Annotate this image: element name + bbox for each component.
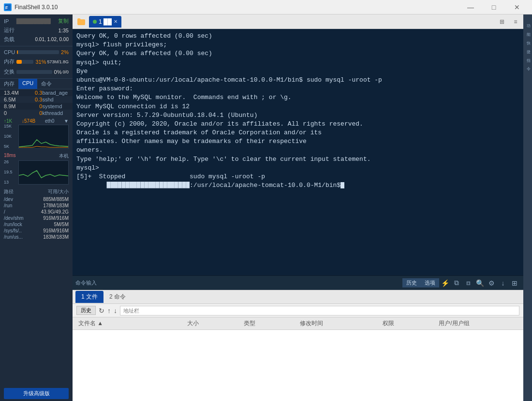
disk-path: /sys/fs/.. [4, 228, 31, 233]
proc-cpu: 0.3 [28, 97, 43, 102]
search-icon[interactable]: 🔍 [474, 277, 486, 289]
terminal-line: owners. [76, 146, 519, 155]
proc-tab-cmd[interactable]: 命令 [37, 79, 56, 89]
disk-avail: 5M/5M [31, 222, 69, 227]
menu-button[interactable]: ≡ [510, 16, 521, 28]
cursor [340, 182, 344, 188]
folder-button[interactable] [74, 16, 88, 28]
address-bar[interactable] [120, 306, 519, 315]
disk-row: /run/us... 183M/183M [4, 234, 69, 240]
disk-path: /dev/shm [4, 215, 31, 221]
tab-commands[interactable]: 2 命令 [103, 291, 132, 303]
proc-tab-mem[interactable]: 内存 [0, 79, 18, 89]
proc-cmd: barad_age [42, 90, 69, 96]
net-chart [18, 125, 69, 149]
file-col-modified[interactable]: 修改时间 [298, 319, 381, 328]
disk-avail: 178M/183M [31, 203, 69, 208]
latency-section: 18ms 本机 2619.513 [0, 151, 73, 186]
terminal-tab[interactable]: 1 ██ ✕ [89, 16, 121, 28]
file-col-owner[interactable]: 用户/用户组 [437, 319, 519, 328]
process-row: 6.5M 0.3 sshd [0, 96, 73, 103]
expand-icon[interactable]: ⊞ [509, 277, 520, 289]
process-row: 0 0 kthreadd [0, 110, 73, 116]
disk-path: /dev [4, 197, 31, 202]
upload-icon[interactable]: ↑ [107, 307, 111, 315]
terminal-line: mysql> flush privileges; [76, 41, 519, 49]
right-btn-5[interactable]: 指 [524, 51, 532, 59]
ip-label: IP [4, 18, 9, 24]
net-down: ↓574B [22, 118, 35, 124]
file-col-size[interactable]: 大小 [185, 319, 242, 328]
load-value: 0.01, 1.02, 0.00 [35, 37, 69, 42]
process-row: 8.9M 0 systemd [0, 103, 73, 110]
file-col-name[interactable]: 文件名 ▲ [76, 319, 185, 328]
download-file-icon[interactable]: ↓ [114, 307, 117, 315]
net-iface2: ▼ [64, 118, 69, 124]
disk-avail: 183M/183M [31, 234, 69, 240]
settings-icon[interactable]: ⚙ [486, 277, 497, 289]
terminal-line: Your MySQL connection id is 12 [76, 102, 519, 111]
upgrade-button[interactable]: 升级高级版 [4, 388, 69, 399]
file-col-type[interactable]: 类型 [242, 319, 298, 328]
swap-label: 交换 [4, 68, 15, 75]
terminal-line: ██████████████████████:/usr/local/apache… [76, 181, 519, 190]
process-section: 内存 CPU 命令 13.4M 0.3 barad_age 6.5M 0.3 s… [0, 79, 73, 116]
proc-cmd: kthreadd [42, 110, 69, 116]
file-table-body [73, 330, 523, 401]
refresh-icon[interactable]: ↻ [99, 307, 104, 315]
terminal-line: affiliates. Other names may be trademark… [76, 137, 519, 146]
file-toolbar: 历史 ↻ ↑ ↓ [73, 304, 523, 317]
terminal-line: mysql> [76, 164, 519, 172]
disk-section: 路径 可用/大小 /dev 885M/885M /run 178M/183M /… [0, 186, 73, 295]
grid-button[interactable]: ⊞ [496, 16, 508, 28]
paste-icon[interactable]: ⧈ [462, 277, 474, 289]
terminal-line: Server version: 5.7.29-0ubuntu0.18.04.1 … [76, 111, 519, 120]
right-btn-6[interactable]: 令 [524, 60, 532, 68]
load-label: 负载 [4, 36, 15, 43]
tab-files[interactable]: 1 文件 [75, 291, 103, 303]
disk-path: /run/lock [4, 222, 31, 227]
lightning-icon[interactable]: ⚡ [439, 277, 451, 289]
cmd-input[interactable] [101, 280, 402, 286]
proc-cpu: 0 [28, 110, 43, 116]
history-button[interactable]: 历史 [402, 278, 421, 287]
disk-table: /dev 885M/885M /run 178M/183M / 43.9G/49… [4, 196, 69, 240]
right-btn-1[interactable]: 功 [524, 16, 532, 24]
tab-indicator [93, 20, 97, 24]
ip-value: ██████████ [16, 18, 51, 24]
file-table: 文件名 ▲大小类型修改时间权限用户/用户组 [73, 317, 523, 401]
proc-cmd: sshd [42, 97, 69, 102]
proc-tab-cpu[interactable]: CPU [18, 79, 37, 89]
disk-avail: 916M/916M [31, 228, 69, 233]
file-col-perms[interactable]: 权限 [381, 319, 437, 328]
terminal-line: mysql> quit; [76, 58, 519, 67]
proc-cpu: 0 [28, 103, 43, 109]
history-file-btn[interactable]: 历史 [76, 306, 96, 315]
close-button[interactable]: ✕ [506, 0, 528, 14]
option-button[interactable]: 选项 [421, 278, 439, 287]
tab-close-button[interactable]: ✕ [114, 19, 118, 24]
terminal-line: Oracle is a registered trademark of Orac… [76, 129, 519, 137]
copy-icon[interactable]: ⧉ [451, 277, 462, 289]
download-icon[interactable]: ↓ [497, 277, 509, 289]
maximize-button[interactable]: □ [483, 0, 505, 14]
right-btn-3[interactable]: 快 [524, 34, 532, 42]
terminal-line: Welcome to the MySQL monitor. Commands e… [76, 93, 519, 102]
right-btn-4[interactable]: 捷 [524, 43, 532, 50]
net-iface: eth0 [45, 118, 54, 124]
mem-label: 内存 [4, 58, 15, 65]
bottom-panel: 1 文件 2 命令 历史 ↻ ↑ ↓ 文件名 ▲大小类型修改时间权限用户/用户组 [73, 290, 523, 401]
net-up: ↑1K [4, 118, 12, 124]
runtime-value: 1:35 [59, 28, 69, 33]
runtime-label: 运行 [4, 27, 15, 34]
minimize-button[interactable]: — [459, 0, 482, 14]
disk-row: /dev/shm 916M/916M [4, 215, 69, 221]
right-btn-2[interactable]: 能 [524, 25, 532, 33]
tab-actions: ⊞ ≡ [496, 16, 521, 28]
disk-col-avail: 可用/大小 [48, 188, 69, 195]
copy-label[interactable]: 复制 [58, 17, 69, 25]
terminal-line: Enter password: [76, 85, 519, 93]
latency-label: 本机 [59, 153, 69, 159]
proc-mem: 6.5M [4, 97, 28, 102]
proc-cpu: 0.3 [28, 90, 43, 96]
